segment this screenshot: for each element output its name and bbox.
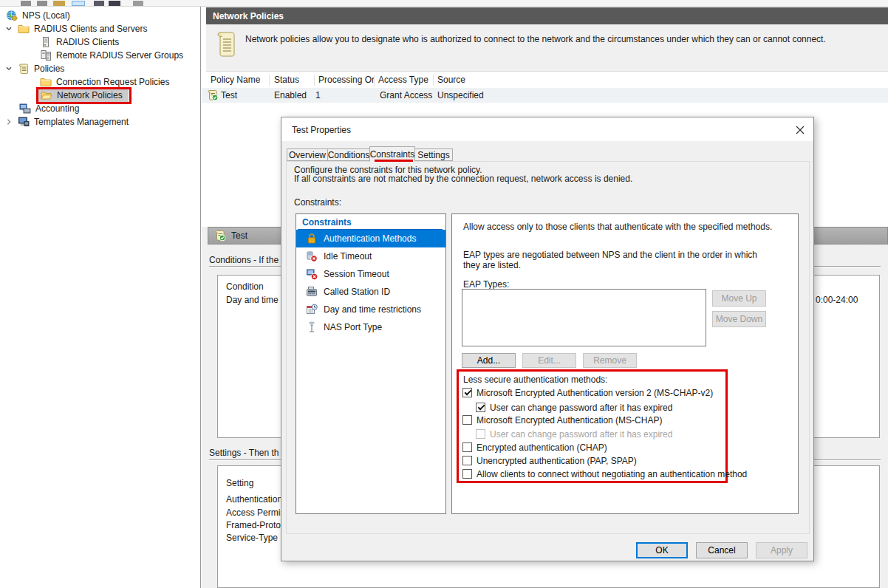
lock-icon [306,233,318,245]
toolbar-icon[interactable] [21,1,31,6]
tab-label: Overview [289,150,326,160]
checkbox-label: Unencrypted authentication (PAP, SPAP) [477,456,637,466]
auth-panel-line1: Allow access only to those clients that … [463,222,788,232]
checkbox-row-chap: Encrypted authentication (CHAP) [452,442,798,454]
folder-icon [40,76,52,88]
tab-label: Constraints [370,149,415,160]
cancel-button[interactable]: Cancel [696,542,748,558]
dialog-title: Test Properties [292,125,351,135]
nas-port-icon [306,321,318,333]
close-icon[interactable] [793,124,807,136]
constraints-listbox-header: Constraints [302,217,352,228]
column-header-source[interactable]: Source [434,75,888,86]
annotation-underline-constraints-tab [375,160,413,162]
edit-button[interactable]: Edit... [522,353,576,368]
session-timeout-icon [306,268,318,280]
move-down-button[interactable]: Move Down [712,311,766,327]
checkbox-row-mschap-v2-password-change: User can change password after it has ex… [452,403,798,414]
chevron-right-icon[interactable] [4,117,13,126]
checkbox-label: Microsoft Encrypted Authentication versi… [477,388,713,398]
sidebar-item-label: RADIUS Clients and Servers [34,24,147,34]
annotation-box-network-policies [36,87,132,104]
auth-panel-line2: EAP types are negotiated between NPS and… [463,250,773,270]
policy-scroll-icon [216,30,236,58]
sidebar-item-nps-local[interactable]: NPS (Local) [0,8,200,22]
no-negotiation-checkbox[interactable] [462,469,472,479]
conditions-section-label: Conditions - If the [209,255,279,265]
checkbox-row-mschap-v2: Microsoft Encrypted Authentication versi… [452,388,798,399]
checkbox-label: Allow clients to connect without negotia… [477,469,747,479]
toolbar-icon[interactable] [37,1,47,6]
test-properties-dialog: Test Properties Overview Conditions Cons… [281,117,814,561]
constraint-item-authentication-methods[interactable]: Authentication Methods [296,230,445,247]
ok-button[interactable]: OK [636,542,688,558]
mschap-password-change-checkbox[interactable] [476,429,485,439]
remove-button[interactable]: Remove [583,353,637,368]
eap-types-listbox[interactable] [462,289,706,346]
tab-conditions[interactable]: Conditions [327,148,370,161]
constraint-item-day-time-restrictions[interactable]: Day and time restrictions [296,301,445,318]
sidebar-item-policies[interactable]: Policies [0,61,200,75]
add-button[interactable]: Add... [462,353,516,368]
tab-overview[interactable]: Overview [287,148,328,161]
templates-icon [18,116,30,128]
policy-table-header: Policy Name Status Processing Order Acce… [202,72,888,88]
dialog-title-bar: Test Properties [281,117,813,141]
cell-access-type: Grant Access [380,90,432,100]
toolbar-icon[interactable] [53,1,65,6]
column-header-status[interactable]: Status [270,75,315,86]
constraints-intro-line2: If all constraints are not matched by th… [294,174,632,184]
chevron-down-icon[interactable] [4,64,13,73]
constraint-item-session-timeout[interactable]: Session Timeout [296,265,445,283]
policy-check-icon [214,230,226,242]
move-up-button[interactable]: Move Up [712,290,766,307]
toolbar-icon[interactable] [133,1,143,6]
settings-section-label: Settings - Then th [209,448,279,458]
constraint-item-idle-timeout[interactable]: Idle Timeout [296,247,445,265]
pap-spap-checkbox[interactable] [462,456,472,465]
idle-timeout-icon [306,250,318,262]
sidebar-item-label: Remote RADIUS Server Groups [56,50,183,61]
policy-check-icon [207,89,219,101]
chap-checkbox[interactable] [462,442,472,452]
column-header-policy-name[interactable]: Policy Name [202,75,270,86]
called-station-icon [306,286,318,298]
sidebar-item-label: NPS (Local) [22,10,70,21]
constraint-item-nas-port-type[interactable]: NAS Port Type [296,318,445,336]
sidebar-item-templates-management[interactable]: Templates Management [0,114,200,129]
apply-button[interactable]: Apply [756,542,807,558]
results-pane-title: Network Policies [213,11,284,21]
mschap-v2-password-change-checkbox[interactable] [476,403,485,412]
sidebar-item-radius-clients-and-servers[interactable]: RADIUS Clients and Servers [0,21,200,35]
settings-column-header: Setting [226,478,253,488]
setting-row: Service-Type [226,533,278,543]
constraint-item-called-station-id[interactable]: Called Station ID [296,283,445,301]
toolbar-icon[interactable] [72,1,85,6]
chevron-down-icon[interactable] [4,24,13,33]
mschap-v2-checkbox[interactable] [462,388,472,397]
mschap-checkbox[interactable] [462,415,472,425]
checkbox-row-no-negotiation: Allow clients to connect without negotia… [452,469,798,480]
constraint-item-label: Session Timeout [324,269,389,279]
conditions-column-header: Condition [226,281,264,292]
toolbar-icon[interactable] [94,1,104,6]
sidebar-item-radius-clients[interactable]: RADIUS Clients [0,35,200,49]
tab-label: Settings [417,150,449,160]
sidebar-item-label: Connection Request Policies [56,77,169,87]
checkbox-row-mschap-password-change: User can change password after it has ex… [452,429,798,440]
column-header-access-type[interactable]: Access Type [375,75,434,86]
detail-policy-title: Test [231,230,247,241]
sidebar-item-label: Accounting [35,103,79,114]
checkbox-row-mschap: Microsoft Encrypted Authentication (MS-C… [452,415,798,426]
sidebar-item-remote-radius-server-groups[interactable]: Remote RADIUS Server Groups [0,48,200,62]
less-secure-methods-label: Less secure authentication methods: [463,375,607,385]
checkbox-row-pap-spap: Unencrypted authentication (PAP, SPAP) [452,456,798,467]
tab-settings[interactable]: Settings [414,148,453,161]
toolbar-strip [0,0,888,7]
policy-table-row-test[interactable]: Test Enabled 1 Grant Access Unspecified [202,88,888,103]
checkbox-label: Encrypted authentication (CHAP) [477,442,607,453]
toolbar-icon[interactable] [109,1,120,6]
pane-description: Network policies allow you to designate … [245,34,873,44]
column-header-processing-order[interactable]: Processing Order [315,75,375,86]
server-group-icon [40,49,52,61]
